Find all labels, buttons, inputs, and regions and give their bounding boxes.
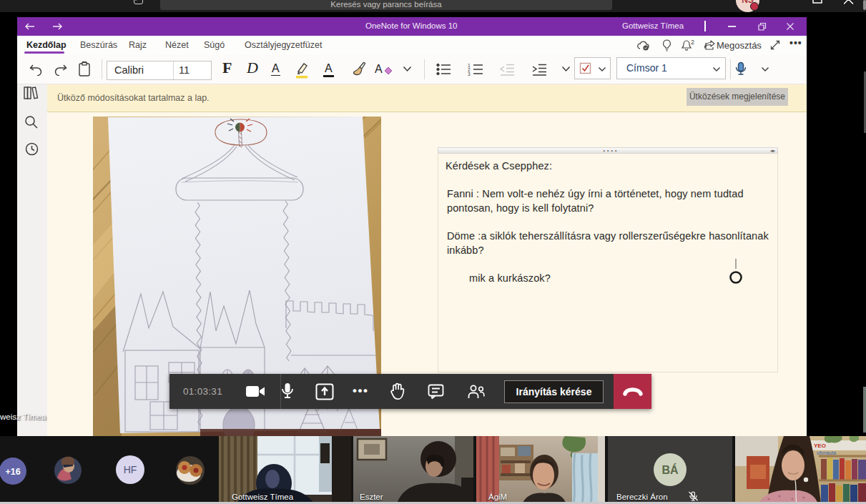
svg-text:YEO: YEO: [814, 443, 826, 449]
svg-text:BÁ: BÁ: [661, 463, 679, 476]
svg-text:+16: +16: [5, 467, 20, 477]
svg-text:A: A: [375, 63, 383, 75]
svg-text:2: 2: [691, 39, 694, 46]
svg-text:HF: HF: [124, 464, 137, 475]
svg-text:3: 3: [468, 71, 471, 76]
svg-text:ufonauta: ufonauta: [817, 450, 836, 455]
